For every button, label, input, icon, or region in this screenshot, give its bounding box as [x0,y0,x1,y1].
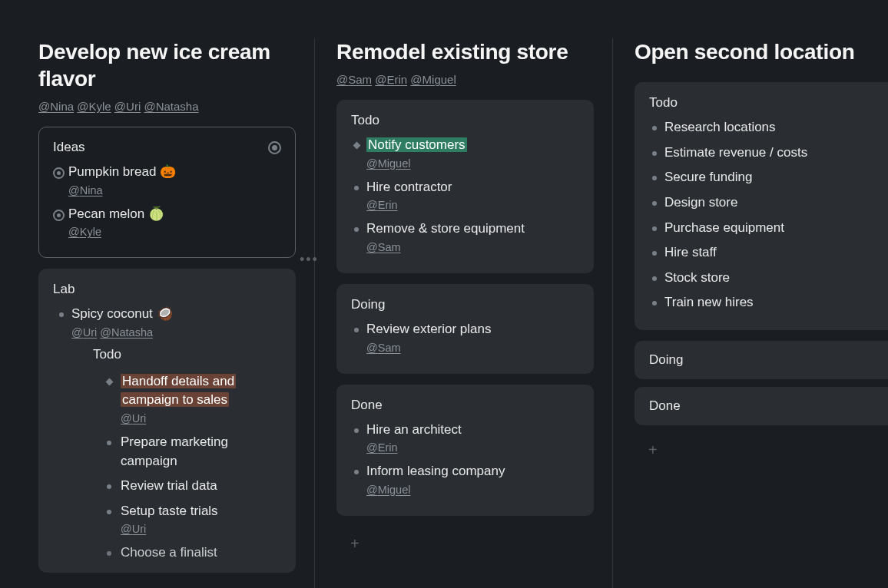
card-title: Done [351,398,579,413]
item-text: Pumpkin bread 🎃 [68,164,176,179]
card-todo[interactable]: Todo Research locations Estimate revenue… [635,82,888,330]
list-item[interactable]: Remove & store equipment @Sam [351,220,579,256]
assignee-link[interactable]: @Uri [121,523,146,535]
assignee-link[interactable]: @Sam [366,241,401,253]
item-text: Handoff details and campaign to sales [121,374,236,408]
nested-list: Handoff details and campaign to sales @U… [71,372,281,563]
card-title: Lab [53,282,281,297]
list-item[interactable]: Notify customers @Miguel [351,136,579,172]
doing-list: Review exterior plans @Sam [351,320,579,356]
card-title: Ideas [53,140,281,155]
list-item[interactable]: Hire an architect @Erin [351,421,579,457]
list-item[interactable]: Inform leasing company @Miguel [351,462,579,498]
nested-section-title: Todo [93,345,281,365]
assignee-link[interactable]: @Erin [375,73,407,86]
card-done[interactable]: Done Hire an architect @Erin Inform leas… [336,385,594,516]
card-doing[interactable]: Doing Review exterior plans @Sam [336,284,594,374]
assignee-link[interactable]: @Sam [366,342,401,354]
assignee-link[interactable]: @Miguel [410,73,456,86]
ideas-list: Pumpkin bread 🎃 @Nina Pecan melon 🍈 @Kyl… [53,163,281,240]
card-done[interactable]: Done [635,387,888,425]
item-assignees: @Erin [366,440,579,456]
item-text: Train new hires [664,295,754,309]
item-text: Spicy coconut 🥥 [71,306,173,321]
list-item[interactable]: Purchase equipment [649,219,888,238]
assignee-link[interactable]: @Nina [38,100,74,113]
column-develop-flavor: Develop new ice cream flavor @Nina @Kyle… [38,38,315,588]
more-menu-icon[interactable]: ••• [300,252,319,268]
add-card-button[interactable]: + [635,433,888,467]
assignee-link[interactable]: @Kyle [77,100,111,113]
list-item[interactable]: Pecan melon 🍈 @Kyle [53,205,281,241]
item-text: Purchase equipment [664,220,784,235]
list-item[interactable]: Stock store [649,269,888,288]
list-item[interactable]: Hire staff [649,243,888,263]
item-text: Review trial data [121,478,217,493]
list-item[interactable]: Review trial data [104,477,281,496]
assignee-link[interactable]: @Nina [68,184,103,197]
item-assignees: @Uri [121,521,281,537]
assignee-link[interactable]: @Uri [71,326,97,339]
add-card-button[interactable]: + [336,527,594,560]
card-title: Doing [649,352,888,368]
list-item[interactable]: Estimate revenue / costs [649,144,888,163]
item-text: Choose a finalist [121,545,217,560]
list-item[interactable]: Choose a finalist [104,543,281,563]
list-item[interactable]: Pumpkin bread 🎃 @Nina [53,163,281,199]
list-item[interactable]: Spicy coconut 🥥 @Uri @Natasha Todo Hando… [56,305,281,563]
assignee-link[interactable]: @Miguel [366,484,410,496]
list-item[interactable]: Review exterior plans @Sam [351,320,579,356]
list-item[interactable]: Prepare marketing campaign [104,433,281,471]
item-assignees: @Nina [68,183,281,199]
assignee-link[interactable]: @Kyle [68,226,101,238]
item-assignees: @Uri [121,411,281,427]
assignee-link[interactable]: @Natasha [100,326,153,339]
item-assignees: @Sam [366,340,579,356]
card-title: Todo [351,113,579,128]
column-assignees: @Sam @Erin @Miguel [336,73,594,86]
todo-list: Notify customers @Miguel Hire contractor… [351,136,579,256]
assignee-link[interactable]: @Sam [336,73,372,86]
item-assignees: @Uri @Natasha [71,325,281,341]
column-title: Develop new ice cream flavor [38,38,296,92]
list-item[interactable]: Design store [649,193,888,213]
card-title: Done [649,398,888,414]
card-ideas[interactable]: Ideas Pumpkin bread 🎃 @Nina Pecan melon … [38,127,296,258]
assignee-link[interactable]: @Natasha [144,100,198,113]
lab-list: Spicy coconut 🥥 @Uri @Natasha Todo Hando… [53,305,281,563]
item-text: Hire an architect [366,422,462,437]
nested-todo: Todo Handoff details and campaign to sal… [71,345,281,563]
card-lab[interactable]: Lab Spicy coconut 🥥 @Uri @Natasha Todo H… [38,269,296,573]
assignee-link[interactable]: @Erin [366,441,398,454]
card-doing[interactable]: Doing [635,341,888,379]
assignee-link[interactable]: @Uri [121,412,146,424]
list-item[interactable]: Train new hires [649,293,888,312]
done-list: Hire an architect @Erin Inform leasing c… [351,421,579,498]
assignee-link[interactable]: @Erin [366,199,398,211]
column-title: Open second location [635,38,888,65]
list-item[interactable]: Research locations [649,118,888,137]
list-item[interactable]: Setup taste trials @Uri [104,502,281,538]
list-item[interactable]: Hire contractor @Erin [351,178,579,214]
item-text: Research locations [664,120,776,134]
assignee-link[interactable]: @Miguel [366,157,410,170]
assignee-link[interactable]: @Uri [114,100,141,113]
item-text: Pecan melon 🍈 [68,206,164,221]
list-item[interactable]: Handoff details and campaign to sales @U… [104,372,281,427]
item-text: Prepare marketing campaign [121,434,228,468]
item-assignees: @Miguel [366,156,579,172]
card-todo[interactable]: Todo Notify customers @Miguel Hire contr… [336,100,594,273]
target-icon[interactable] [268,141,281,154]
card-title: Todo [649,95,888,111]
column-remodel-store: Remodel existing store @Sam @Erin @Migue… [336,38,613,588]
list-item[interactable]: Secure funding [649,168,888,187]
card-title: Doing [351,297,579,312]
item-assignees: @Sam [366,239,579,256]
item-text: Remove & store equipment [366,221,525,236]
item-text: Inform leasing company [366,464,505,478]
todo-list: Research locations Estimate revenue / co… [649,118,888,312]
item-text: Secure funding [664,170,752,184]
item-text: Estimate revenue / costs [664,145,807,160]
item-assignees: @Miguel [366,482,579,498]
column-open-location: Open second location Todo Research locat… [635,38,888,588]
